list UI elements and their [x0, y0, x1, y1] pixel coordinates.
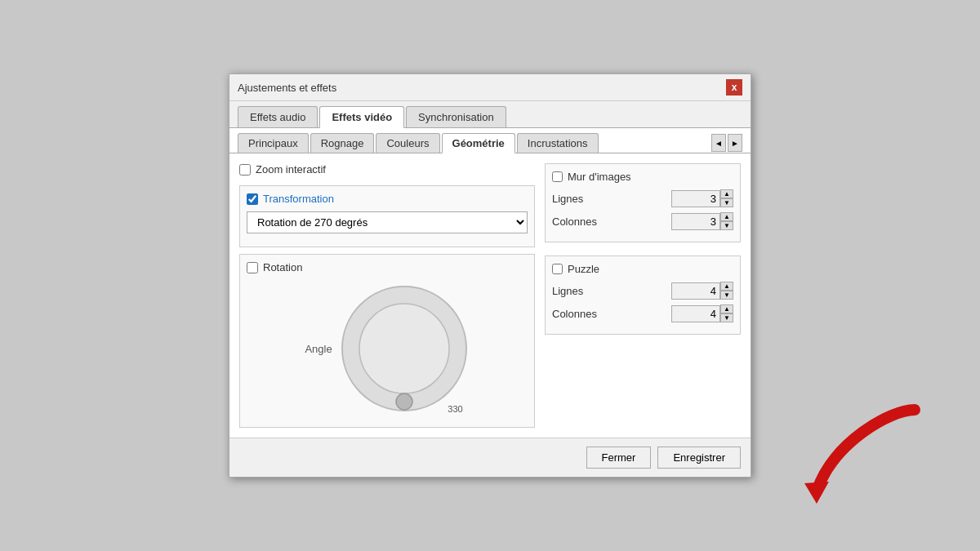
puzzle-lignes-spinner: ▲ ▼	[671, 282, 733, 300]
sub-tab-arrows: ◄ ►	[711, 134, 742, 152]
puzzle-colonnes-btns: ▲ ▼	[720, 304, 733, 322]
puzzle-label[interactable]: Puzzle	[568, 263, 599, 275]
sub-tab-couleurs[interactable]: Couleurs	[376, 133, 439, 153]
transformation-section: Transformation Pas de transformation Rot…	[239, 185, 535, 247]
knob-area: Angle // This is decorative - drawn stat…	[247, 277, 528, 420]
svg-point-2	[396, 393, 412, 410]
mur-colonnes-input[interactable]	[671, 213, 720, 230]
svg-point-1	[359, 304, 449, 393]
rotation-label[interactable]: Rotation	[263, 261, 302, 273]
mur-colonnes-up[interactable]: ▲	[720, 212, 733, 221]
zoom-checkbox[interactable]	[239, 164, 251, 176]
puzzle-lignes-row: Lignes ▲ ▼	[552, 282, 733, 300]
transformation-label[interactable]: Transformation	[263, 193, 334, 205]
tab-synchronisation[interactable]: Synchronisation	[406, 106, 506, 127]
tab-effets-audio[interactable]: Effets audio	[238, 106, 318, 127]
svg-marker-3	[804, 482, 829, 504]
mur-label[interactable]: Mur d'images	[568, 171, 631, 183]
puzzle-lignes-input[interactable]	[671, 282, 720, 300]
puzzle-colonnes-up[interactable]: ▲	[720, 304, 733, 313]
mur-lignes-spinner: ▲ ▼	[671, 189, 733, 207]
arrow-right-btn[interactable]: ►	[728, 134, 742, 152]
dropdown-row: Pas de transformation Rotation de 90 deg…	[247, 211, 528, 233]
mur-lignes-up[interactable]: ▲	[720, 189, 733, 198]
mur-lignes-row: Lignes ▲ ▼	[552, 189, 733, 207]
mur-section: Mur d'images Lignes ▲ ▼ Colonnes	[545, 163, 741, 242]
dialog: Ajustements et effets x Effets audio Eff…	[229, 73, 751, 478]
title-bar: Ajustements et effets x	[229, 74, 751, 101]
mur-checkbox[interactable]	[552, 171, 563, 182]
rotation-dropdown[interactable]: Pas de transformation Rotation de 90 deg…	[247, 211, 528, 233]
fermer-button[interactable]: Fermer	[586, 447, 652, 469]
puzzle-lignes-down[interactable]: ▼	[720, 291, 733, 300]
dialog-content: Zoom interactif Transformation Pas de tr…	[229, 153, 751, 438]
zoom-label[interactable]: Zoom interactif	[256, 163, 326, 176]
rotation-checkbox[interactable]	[247, 262, 258, 273]
puzzle-lignes-btns: ▲ ▼	[720, 282, 733, 300]
zoom-row: Zoom interactif	[239, 163, 535, 176]
mur-colonnes-label: Colonnes	[552, 216, 597, 228]
rotation-section: Rotation Angle // This is decorative - d	[239, 254, 535, 428]
puzzle-lignes-up[interactable]: ▲	[720, 282, 733, 291]
red-arrow-annotation	[768, 393, 931, 527]
puzzle-colonnes-spinner: ▲ ▼	[671, 304, 733, 322]
mur-lignes-btns: ▲ ▼	[720, 189, 733, 207]
puzzle-lignes-label: Lignes	[552, 285, 583, 297]
mur-colonnes-btns: ▲ ▼	[720, 212, 733, 230]
mur-colonnes-spinner: ▲ ▼	[671, 212, 733, 230]
sub-tab-rognage[interactable]: Rognage	[310, 133, 375, 153]
tab-effets-video[interactable]: Effets vidéo	[319, 106, 404, 128]
knob-container[interactable]: // This is decorative - drawn statically…	[339, 283, 470, 414]
sub-tab-incrustations[interactable]: Incrustations	[517, 133, 599, 153]
mur-lignes-label: Lignes	[552, 193, 583, 205]
sub-tab-principaux[interactable]: Principaux	[238, 133, 309, 153]
puzzle-colonnes-down[interactable]: ▼	[720, 313, 733, 322]
mur-header: Mur d'images	[552, 171, 733, 183]
left-panel: Zoom interactif Transformation Pas de tr…	[239, 163, 535, 428]
enregistrer-button[interactable]: Enregistrer	[657, 447, 741, 469]
arrow-svg	[768, 393, 931, 524]
puzzle-colonnes-row: Colonnes ▲ ▼	[552, 304, 733, 322]
close-icon[interactable]: x	[726, 79, 742, 96]
puzzle-colonnes-input[interactable]	[671, 305, 720, 322]
sub-tab-geometrie[interactable]: Géométrie	[442, 133, 515, 153]
mur-lignes-down[interactable]: ▼	[720, 198, 733, 207]
puzzle-colonnes-label: Colonnes	[552, 308, 597, 320]
right-panel: Mur d'images Lignes ▲ ▼ Colonnes	[545, 163, 741, 428]
transformation-checkbox[interactable]	[247, 193, 258, 205]
main-tabs: Effets audio Effets vidéo Synchronisatio…	[229, 101, 751, 128]
mur-lignes-input[interactable]	[671, 190, 720, 207]
mur-colonnes-row: Colonnes ▲ ▼	[552, 212, 733, 230]
dialog-title: Ajustements et effets	[238, 82, 336, 94]
sub-tabs: Principaux Rognage Couleurs Géométrie In…	[229, 128, 751, 153]
puzzle-header: Puzzle	[552, 263, 733, 275]
puzzle-checkbox[interactable]	[552, 264, 563, 274]
arrow-left-btn[interactable]: ◄	[711, 134, 726, 152]
rotation-row: Rotation	[247, 261, 528, 273]
transformation-row: Transformation	[247, 193, 528, 205]
dialog-footer: Fermer Enregistrer	[229, 438, 751, 477]
knob-svg: // This is decorative - drawn statically…	[339, 283, 470, 414]
angle-label: Angle	[305, 343, 332, 355]
knob-value-label: 330	[448, 404, 462, 414]
puzzle-section: Puzzle Lignes ▲ ▼ Colonnes	[545, 256, 741, 335]
mur-colonnes-down[interactable]: ▼	[720, 221, 733, 230]
